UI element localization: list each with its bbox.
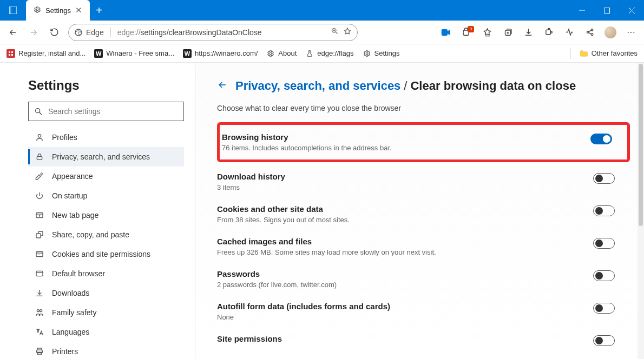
cookies-icon (35, 250, 44, 258)
zoom-icon[interactable] (331, 27, 339, 37)
svg-point-2 (36, 9, 38, 11)
folder-icon (580, 49, 588, 58)
sidebar-item-browser[interactable]: Default browser (28, 264, 184, 283)
flask-icon (305, 49, 314, 58)
site-identity[interactable]: Edge (74, 28, 104, 37)
sidebar-item-newtab[interactable]: New tab page (28, 205, 184, 225)
scrollbar[interactable] (638, 63, 644, 359)
option-desc: None (217, 313, 390, 321)
scrollbar-thumb[interactable] (639, 64, 643, 226)
svg-rect-42 (36, 251, 43, 256)
toggle-switch[interactable] (593, 238, 615, 249)
svg-rect-12 (442, 29, 448, 36)
sidebar-item-family[interactable]: Family safety (28, 303, 184, 322)
breadcrumb-back-button[interactable] (217, 79, 228, 93)
sidebar-item-share[interactable]: Share, copy, and paste (28, 225, 184, 244)
toggle-switch[interactable] (593, 205, 615, 216)
sidebar-item-lock[interactable]: Privacy, search, and services (28, 147, 184, 167)
toggle-switch[interactable] (593, 303, 615, 314)
new-tab-button[interactable]: + (90, 0, 108, 21)
sidebar-item-lang[interactable]: Languages (28, 322, 184, 342)
svg-rect-41 (36, 234, 41, 238)
other-favorites-label: Other favorites (592, 49, 638, 57)
bookmark-item[interactable]: Register, install and... (6, 49, 86, 58)
svg-point-49 (37, 310, 39, 312)
browser-icon (35, 269, 44, 278)
bookmarks-bar: Register, install and... WWinaero - Free… (0, 44, 644, 63)
profile-avatar[interactable] (601, 24, 620, 41)
bookmark-item[interactable]: Whttps://winaero.com/ (183, 49, 258, 58)
option-title: Site permissions (217, 334, 282, 343)
option-desc: 76 items. Includes autocompletions in th… (222, 144, 392, 152)
more-menu-icon[interactable]: ⋯ (621, 24, 641, 41)
lock-icon (35, 152, 44, 161)
favicon-icon: W (94, 49, 103, 58)
bookmark-label: Winaero - Free sma... (106, 49, 174, 57)
toggle-switch[interactable] (593, 335, 615, 346)
share-icon[interactable] (580, 24, 600, 41)
option-title: Cookies and other site data (217, 204, 350, 214)
breadcrumb-current: Clear browsing data on close (410, 79, 576, 93)
bookmark-item[interactable]: edge://flags (305, 49, 353, 58)
toggle-switch[interactable] (590, 134, 612, 144)
toggle-switch[interactable] (593, 173, 615, 184)
bookmark-item[interactable]: About (266, 49, 297, 58)
clear-option: Cached images and filesFrees up 326 MB. … (217, 230, 630, 263)
forward-button[interactable] (24, 24, 43, 41)
app-menu-icon[interactable] (0, 0, 26, 21)
svg-point-32 (366, 52, 368, 55)
sidebar-item-appearance[interactable]: Appearance (28, 167, 184, 186)
family-icon (35, 308, 44, 317)
other-favorites[interactable]: Other favorites (580, 49, 638, 58)
favorite-star-icon[interactable] (343, 27, 352, 38)
svg-rect-46 (36, 271, 43, 276)
favorites-icon[interactable] (477, 24, 497, 41)
sidebar-item-label: Family safety (52, 308, 96, 317)
printer-icon (35, 347, 44, 356)
extensions-icon[interactable] (539, 24, 558, 41)
bookmark-label: edge://flags (317, 49, 353, 57)
sidebar-item-download[interactable]: Downloads (28, 283, 184, 303)
sidebar-item-label: Appearance (52, 172, 93, 181)
bookmark-item[interactable]: Settings (363, 49, 400, 58)
gear-icon (266, 49, 275, 58)
option-title: Download history (217, 172, 285, 181)
svg-line-25 (588, 30, 591, 32)
svg-rect-28 (11, 51, 13, 53)
downloads-icon[interactable] (518, 24, 538, 41)
video-call-icon[interactable] (436, 24, 456, 41)
tab-label: Settings (45, 6, 71, 15)
sidebar-item-label: Default browser (52, 269, 105, 278)
back-button[interactable] (3, 24, 23, 41)
breadcrumb-link[interactable]: Privacy, search, and services (235, 79, 400, 93)
sidebar-item-printer[interactable]: Printers (28, 342, 184, 359)
sidebar-item-cookies[interactable]: Cookies and site permissions (28, 244, 184, 264)
identity-label: Edge (86, 28, 104, 37)
gear-icon (34, 6, 41, 15)
window-minimize-button[interactable] (569, 0, 594, 21)
collections-icon[interactable] (498, 24, 517, 41)
sidebar-item-label: On startup (52, 191, 87, 200)
bookmark-item[interactable]: WWinaero - Free sma... (94, 49, 174, 58)
shopping-icon[interactable]: 0 (457, 24, 476, 41)
settings-search[interactable] (28, 102, 184, 121)
window-close-button[interactable] (619, 0, 644, 21)
edge-icon (74, 28, 83, 37)
svg-point-50 (40, 310, 42, 312)
sidebar-item-profile[interactable]: Profiles (28, 128, 184, 147)
option-title: Cached images and files (217, 237, 436, 246)
window-maximize-button[interactable] (594, 0, 619, 21)
search-input[interactable] (48, 107, 178, 116)
sidebar-item-label: Share, copy, and paste (52, 230, 129, 239)
refresh-button[interactable] (44, 24, 64, 41)
sidebar-item-power[interactable]: On startup (28, 186, 184, 205)
performance-icon[interactable] (560, 24, 579, 41)
toggle-switch[interactable] (593, 270, 615, 281)
address-bar[interactable]: Edge edge://settings/clearBrowsingDataOn… (68, 24, 358, 41)
bookmark-label: Register, install and... (18, 49, 86, 57)
svg-rect-30 (11, 54, 13, 56)
share-icon (35, 230, 44, 239)
close-tab-icon[interactable]: ✕ (75, 5, 82, 15)
svg-rect-36 (37, 156, 42, 159)
browser-tab[interactable]: Settings ✕ (26, 0, 90, 21)
